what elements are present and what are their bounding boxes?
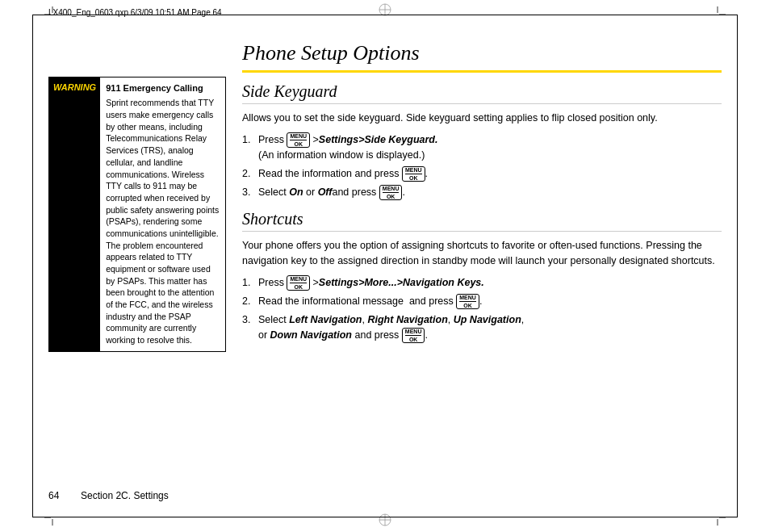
side-keyguard-steps: 1. Press MENUOK >Settings>Side Keyguard.… — [242, 132, 722, 200]
list-item: 2. Read the informational message and pr… — [242, 294, 722, 309]
side-keyguard-intro: Allows you to set the side keyguard. Sid… — [242, 111, 722, 126]
crosshair-bottom-mark — [378, 513, 392, 530]
subsection-title-shortcuts: Shortcuts — [242, 210, 722, 232]
ok-button-inline: MENUOK — [456, 294, 479, 309]
corner-mark-bl — [44, 509, 61, 526]
ok-button-inline: MENUOK — [379, 185, 403, 200]
list-item: 1. Press MENUOK >Settings>More...>Naviga… — [242, 275, 722, 291]
shortcuts-steps: 1. Press MENUOK >Settings>More...>Naviga… — [242, 275, 722, 343]
list-item: 2. Read the information and press MENUOK… — [242, 166, 722, 182]
warning-box: WARNING 911 Emergency Calling Sprint rec… — [48, 77, 226, 352]
ok-button-inline: MENUOK — [402, 328, 425, 343]
right-column: Phone Setup Options Side Keyguard Allows… — [242, 28, 722, 504]
warning-content: 911 Emergency Calling Sprint recommends … — [100, 77, 225, 351]
warning-body: Sprint recommends that TTY users make em… — [106, 97, 220, 346]
shortcuts-step1-nav: Settings>More...>Navigation Keys. — [319, 277, 484, 288]
list-item: 3. Select On or Offand press MENUOK. — [242, 185, 722, 200]
page-border-left — [32, 15, 33, 517]
ok-button-inline: MENUOK — [287, 132, 310, 148]
header-bar: LX400_Eng_0603.qxp 6/3/09 10:51 AM Page … — [48, 8, 722, 17]
subsection-title-side-keyguard: Side Keyguard — [242, 82, 722, 104]
page-border-right — [737, 15, 738, 517]
file-info: LX400_Eng_0603.qxp 6/3/09 10:51 AM Page … — [48, 8, 222, 17]
left-column: WARNING 911 Emergency Calling Sprint rec… — [48, 28, 226, 504]
list-item: 3. Select Left Navigation, Right Navigat… — [242, 312, 722, 343]
page-border-bottom — [32, 517, 738, 517]
ok-button-inline: MENUOK — [287, 275, 310, 291]
warning-title: 911 Emergency Calling — [106, 82, 220, 94]
page-title: Phone Setup Options — [242, 40, 722, 73]
step1-nav: Settings>Side Keyguard. — [319, 134, 438, 145]
list-item: 1. Press MENUOK >Settings>Side Keyguard.… — [242, 132, 722, 163]
corner-mark-br — [709, 509, 726, 526]
ok-button-inline: MENUOK — [402, 166, 425, 182]
main-content: WARNING 911 Emergency Calling Sprint rec… — [48, 28, 722, 504]
shortcuts-intro: Your phone offers you the option of assi… — [242, 238, 722, 269]
warning-label: WARNING — [49, 77, 100, 351]
page-number: 64 Section 2C. Settings — [48, 490, 169, 501]
